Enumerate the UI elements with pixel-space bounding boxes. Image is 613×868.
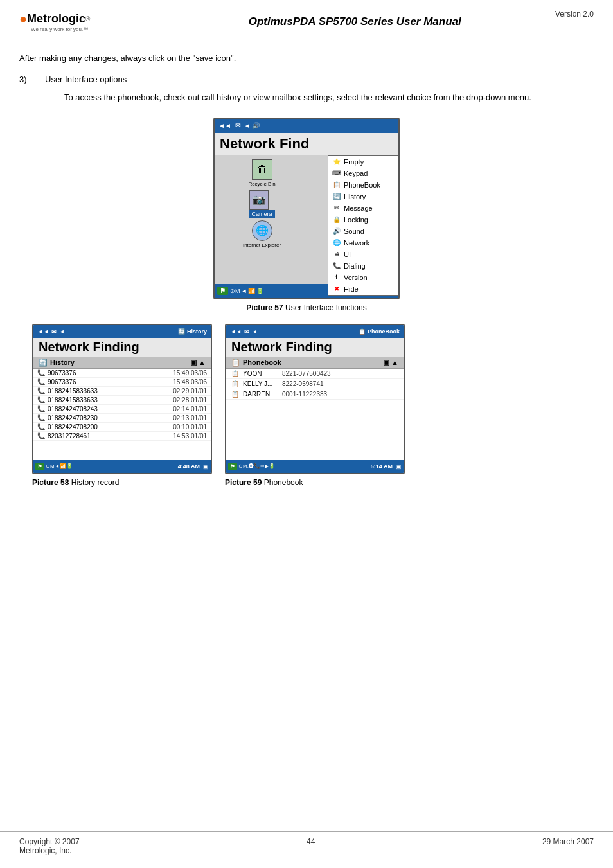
hist-start[interactable]: ⚑ [35, 463, 44, 470]
history-main-title: Network Finding [33, 338, 211, 357]
pda-body-57: 🗑 Recycle Bin 📟 Modem 📷 Camera [215, 155, 398, 284]
drop-hide-label: Hide [344, 285, 359, 293]
drop-message[interactable]: ✉ Message [328, 202, 398, 214]
message-icon: ✉ [332, 204, 341, 213]
history-row-number: 01882415833633 [48, 387, 170, 394]
pt-right: 📋 PhoneBook [359, 328, 400, 335]
dialing-icon: 📞 [332, 261, 341, 270]
pb-header-controls[interactable]: ▣ ▲ [383, 359, 398, 367]
history-row-time: 02:28 01/01 [173, 396, 207, 403]
desktop-camera[interactable]: 📷 Camera [218, 190, 305, 218]
history-list-item[interactable]: 📞 01882415833633 02:29 01/01 [33, 387, 211, 396]
pb-ctrl-2[interactable]: ▲ [391, 359, 398, 367]
start-button[interactable]: ⚑ [217, 287, 228, 295]
history-list-item[interactable]: 📞 90673376 15:49 03/06 [33, 369, 211, 378]
footer-left: Copyright © 2007 Metrologic, Inc. [19, 837, 80, 855]
drop-dialing[interactable]: 📞 Dialing [328, 260, 398, 272]
phonebook-list-item[interactable]: 📋 YOON 8221-077500423 [226, 369, 404, 379]
history-row-time: 00:10 01/01 [173, 423, 207, 430]
tb-sig: 📶 [248, 288, 255, 294]
recycle-bin-label: Recycle Bin [248, 181, 275, 187]
desktop-recycle-bin[interactable]: 🗑 Recycle Bin [218, 159, 305, 187]
history-list-item[interactable]: 📞 01882424708200 00:10 01/01 [33, 423, 211, 432]
history-row-number: 01882424708243 [48, 405, 170, 412]
tb-vol2: ◄ [242, 288, 247, 294]
history-icon: 🔄 [332, 192, 341, 201]
caption-57-text: User Interface functions [285, 303, 367, 312]
history-row-time: 15:48 03/06 [173, 378, 207, 385]
drop-empty[interactable]: ⭐ Empty [328, 156, 398, 168]
caption-57: Picture 57 User Interface functions [19, 303, 594, 312]
footer-company: Metrologic, Inc. [19, 846, 80, 855]
drop-hide[interactable]: ✖ Hide [328, 283, 398, 295]
drop-ui[interactable]: 🖥 UI [328, 249, 398, 260]
history-ctrl-2[interactable]: ▲ [199, 359, 206, 367]
hist-time: 4:48 AM [178, 463, 200, 470]
camera-icon: 📷 [249, 190, 269, 210]
history-row-time: 02:13 01/01 [173, 414, 207, 421]
history-list-item[interactable]: 📞 01882415833633 02:28 01/01 [33, 396, 211, 405]
footer-date: 29 March 2007 [542, 837, 594, 855]
pt-label: PhoneBook [368, 328, 400, 335]
ht-mail: ✉ [51, 328, 57, 335]
hide-icon: ✖ [332, 285, 341, 294]
pda-screen-59: ◄◄ ✉ ◄ 📋 PhoneBook Network Finding 📋 Pho… [225, 324, 405, 474]
drop-history[interactable]: 🔄 History [328, 191, 398, 202]
pb-row-number: 0001-11222333 [282, 391, 327, 398]
locking-icon: 🔒 [332, 215, 341, 224]
pb-section-label: Phonebook [243, 359, 281, 366]
history-row-icon: 📞 [37, 396, 45, 403]
pb-start[interactable]: ⚑ [228, 463, 237, 470]
bottom-captions: Picture 58 History record Picture 59 Pho… [32, 478, 581, 487]
history-list-item[interactable]: 📞 01882424708230 02:13 01/01 [33, 414, 211, 423]
caption-57-label: Picture 57 [246, 303, 283, 312]
drop-version-label: Version [344, 274, 368, 281]
empty-icon: ⭐ [332, 157, 341, 166]
pb-row-icon: 📋 [231, 391, 239, 398]
drop-dialing-label: Dialing [344, 262, 366, 270]
history-rows: 📞 90673376 15:49 03/06 📞 90673376 15:48 … [33, 369, 211, 441]
ie-icon: 🌐 [252, 220, 272, 241]
phonebook-list-item[interactable]: 📋 DARREN 0001-11222333 [226, 389, 404, 400]
history-body: 🔄 History ▣ ▲ 📞 90673376 15:49 03/06 📞 9… [33, 357, 211, 460]
intro-paragraph: After making any changes, always click o… [19, 52, 594, 66]
caption-58: Picture 58 History record [32, 478, 212, 487]
drop-phonebook[interactable]: 📋 PhoneBook [328, 179, 398, 191]
ui-icon: 🖥 [332, 250, 341, 259]
recycle-bin-icon: 🗑 [252, 159, 272, 180]
tb-icon-vol: ◄ 🔊 [244, 122, 260, 129]
history-row-time: 02:14 01/01 [173, 405, 207, 412]
taskbar-icons: ⊙M ◄ 📶 🔋 [230, 288, 263, 294]
ht-back: ◄◄ [37, 328, 49, 335]
phonebook-main-title: Network Finding [226, 338, 404, 357]
drop-version[interactable]: ℹ Version [328, 272, 398, 283]
history-ctrl-1[interactable]: ▣ [190, 359, 197, 367]
pb-row-number: 8221-077500423 [282, 370, 331, 377]
hist-icons: ⊙M◄📶🔋 [46, 463, 73, 469]
ht-label: History [187, 328, 207, 335]
history-section-header: 🔄 History ▣ ▲ [33, 357, 211, 369]
main-content: After making any changes, always click o… [0, 39, 613, 513]
pb-ctrl-1[interactable]: ▣ [383, 359, 389, 367]
logo-reg: ® [85, 15, 90, 22]
pt-vol: ◄ [252, 328, 258, 335]
history-list-item[interactable]: 📞 90673376 15:48 03/06 [33, 378, 211, 387]
pda-screen-57: ◄◄ ✉ ◄ 🔊 Network Find 🗑 Recycle Bin 📟 M [213, 118, 400, 299]
history-header-controls[interactable]: ▣ ▲ [190, 359, 206, 367]
drop-keypad[interactable]: ⌨ Keypad [328, 168, 398, 179]
keypad-icon: ⌨ [332, 169, 341, 178]
history-list-item[interactable]: 📞 820312728461 14:53 01/01 [33, 432, 211, 441]
drop-sound[interactable]: 🔊 Sound [328, 226, 398, 237]
history-row-number: 90673376 [48, 369, 170, 376]
pda-titlebar-57: ◄◄ ✉ ◄ 🔊 [215, 119, 398, 133]
tb-bat: 🔋 [256, 288, 263, 294]
history-list-item[interactable]: 📞 01882424708243 02:14 01/01 [33, 405, 211, 414]
drop-history-label: History [344, 193, 366, 200]
history-section-icon: 🔄 [39, 359, 48, 367]
drop-network[interactable]: 🌐 Network [328, 237, 398, 249]
drop-locking[interactable]: 🔒 Locking [328, 214, 398, 226]
phonebook-list-item[interactable]: 📋 KELLY J... 8222-0598741 [226, 379, 404, 389]
history-row-icon: 📞 [37, 378, 45, 385]
desktop-ie[interactable]: 🌐 Internet Explorer [218, 220, 305, 248]
footer-copyright: Copyright © 2007 [19, 837, 80, 846]
